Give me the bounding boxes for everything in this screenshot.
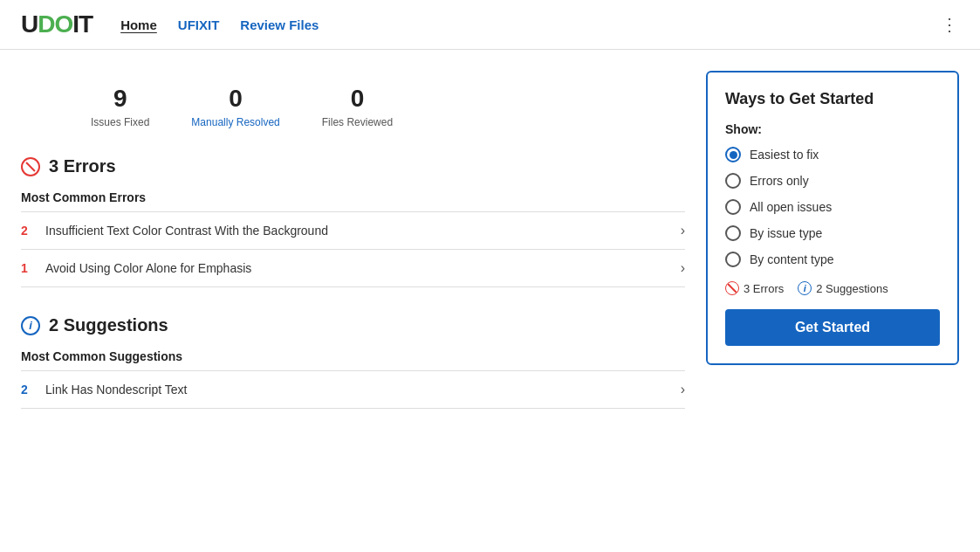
info-icon: i bbox=[21, 316, 40, 335]
radio-easiest-circle[interactable] bbox=[725, 147, 741, 162]
radio-all-open-issues[interactable]: All open issues bbox=[725, 199, 940, 215]
radio-easiest-to-fix[interactable]: Easiest to fix bbox=[725, 147, 940, 162]
left-content: 9 Issues Fixed 0 Manually Resolved 0 Fil… bbox=[21, 71, 685, 437]
logo: UDOIT bbox=[21, 10, 93, 38]
nav-ufixit[interactable]: UFIXIT bbox=[178, 17, 220, 32]
issues-fixed-number: 9 bbox=[113, 85, 127, 113]
chevron-right-icon-2: › bbox=[681, 260, 685, 276]
errors-title-text: 3 Errors bbox=[49, 156, 116, 176]
show-label: Show: bbox=[725, 122, 940, 136]
radio-errors-circle[interactable] bbox=[725, 173, 741, 189]
stat-issues-fixed: 9 Issues Fixed bbox=[91, 85, 149, 128]
summary-suggestions-text: 2 Suggestions bbox=[816, 282, 887, 295]
no-entry-icon bbox=[21, 157, 40, 176]
radio-errors-label: Errors only bbox=[750, 174, 809, 188]
logo-do: DO bbox=[38, 10, 72, 38]
radio-by-issue-type[interactable]: By issue type bbox=[725, 225, 940, 241]
radio-group: Easiest to fix Errors only All open issu… bbox=[725, 147, 940, 267]
summary-suggestions: i 2 Suggestions bbox=[798, 281, 887, 295]
radio-easiest-label: Easiest to fix bbox=[750, 148, 819, 162]
suggestions-title-text: 2 Suggestions bbox=[49, 315, 168, 335]
error-row-2[interactable]: 1 Avoid Using Color Alone for Emphasis › bbox=[21, 250, 685, 287]
radio-all-label: All open issues bbox=[750, 200, 832, 214]
files-reviewed-number: 0 bbox=[351, 85, 365, 113]
suggestions-title: i 2 Suggestions bbox=[21, 315, 685, 335]
summary-no-icon bbox=[725, 281, 739, 295]
summary-errors: 3 Errors bbox=[725, 281, 784, 295]
suggestion-1-count: 2 bbox=[21, 383, 42, 397]
logo-u: U bbox=[21, 10, 38, 38]
header: UDOIT Home UFIXIT Review Files ⋮ bbox=[0, 0, 980, 50]
manually-resolved-number: 0 bbox=[229, 85, 243, 113]
errors-title: 3 Errors bbox=[21, 156, 685, 176]
suggestion-1-text: Link Has Nondescript Text bbox=[42, 383, 681, 397]
error-2-count: 1 bbox=[21, 261, 42, 275]
summary-errors-text: 3 Errors bbox=[744, 282, 784, 295]
radio-content-type-label: By content type bbox=[750, 252, 834, 266]
error-1-text: Insufficient Text Color Contrast With th… bbox=[42, 224, 681, 238]
most-common-suggestions-title: Most Common Suggestions bbox=[21, 349, 685, 371]
ways-to-get-started-panel: Ways to Get Started Show: Easiest to fix… bbox=[706, 71, 959, 365]
suggestion-row-1[interactable]: 2 Link Has Nondescript Text › bbox=[21, 371, 685, 409]
suggestions-section: i 2 Suggestions Most Common Suggestions … bbox=[21, 315, 685, 409]
nav-home[interactable]: Home bbox=[120, 17, 157, 32]
error-2-text: Avoid Using Color Alone for Emphasis bbox=[42, 261, 681, 275]
chevron-right-icon: › bbox=[681, 223, 685, 238]
radio-by-content-type[interactable]: By content type bbox=[725, 252, 940, 267]
panel-summary: 3 Errors i 2 Suggestions bbox=[725, 281, 940, 295]
panel-title: Ways to Get Started bbox=[725, 90, 940, 108]
stat-manually-resolved: 0 Manually Resolved bbox=[191, 85, 279, 128]
most-common-errors-title: Most Common Errors bbox=[21, 190, 685, 212]
radio-all-circle[interactable] bbox=[725, 199, 741, 215]
error-1-count: 2 bbox=[21, 224, 42, 238]
radio-errors-only[interactable]: Errors only bbox=[725, 173, 940, 189]
manually-resolved-label: Manually Resolved bbox=[191, 116, 279, 128]
stats-row: 9 Issues Fixed 0 Manually Resolved 0 Fil… bbox=[21, 71, 685, 156]
radio-issue-type-circle[interactable] bbox=[725, 225, 741, 241]
files-reviewed-label: Files Reviewed bbox=[322, 116, 393, 128]
menu-dots-icon[interactable]: ⋮ bbox=[941, 14, 959, 35]
errors-section: 3 Errors Most Common Errors 2 Insufficie… bbox=[21, 156, 685, 287]
logo-it: IT bbox=[72, 10, 93, 38]
stat-files-reviewed: 0 Files Reviewed bbox=[322, 85, 393, 128]
main-content: 9 Issues Fixed 0 Manually Resolved 0 Fil… bbox=[0, 50, 980, 437]
get-started-button[interactable]: Get Started bbox=[725, 309, 940, 346]
radio-issue-type-label: By issue type bbox=[750, 226, 822, 240]
main-nav: Home UFIXIT Review Files bbox=[120, 17, 319, 32]
issues-fixed-label: Issues Fixed bbox=[91, 116, 149, 128]
error-row-1[interactable]: 2 Insufficient Text Color Contrast With … bbox=[21, 212, 685, 250]
summary-info-icon: i bbox=[798, 281, 812, 295]
chevron-right-icon-3: › bbox=[681, 382, 685, 397]
nav-review-files[interactable]: Review Files bbox=[240, 17, 319, 32]
radio-content-type-circle[interactable] bbox=[725, 252, 741, 267]
